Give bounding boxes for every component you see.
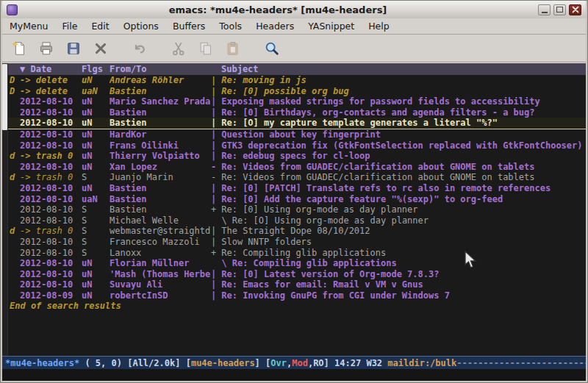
menu-item-headers[interactable]: Headers <box>256 21 294 32</box>
cell-mark <box>10 183 20 194</box>
echo-area[interactable] <box>2 369 586 381</box>
column-header-subject[interactable]: Subject <box>211 64 586 74</box>
modeline-segment: maildir:/bulk <box>387 358 456 368</box>
save-icon[interactable] <box>62 37 85 60</box>
cell-mark: d <box>10 151 20 162</box>
modeline-segment: ] <box>324 358 334 368</box>
message-row[interactable]: d-> trash 0SJuanjo Marin-Re: Videos from… <box>8 172 586 183</box>
message-row[interactable]: 2012-08-10SLanoxx+Re: Compiling glib app… <box>8 248 586 259</box>
maximize-button[interactable] <box>553 4 566 15</box>
cell-subject: Re: [O] Using org-mode as day planner <box>232 215 586 226</box>
scrollbar-thumb[interactable] <box>2 64 7 130</box>
cell-mark <box>10 107 20 118</box>
cell-subject: Re: Videos from GUADEC/clarification abo… <box>221 162 586 173</box>
menu-item-file[interactable]: File <box>62 21 78 32</box>
cell-from: Thierry Volpiatto <box>110 151 211 162</box>
cell-sep: | <box>211 183 216 194</box>
close-button[interactable] <box>569 4 581 15</box>
cell-date: 2012-08-09 <box>20 290 82 301</box>
message-row[interactable]: 2012-08-10uNMario Sanchez Prada|Exposing… <box>8 96 586 107</box>
cell-sep: \ <box>211 258 227 269</box>
column-header-flags[interactable]: Flgs <box>82 64 110 74</box>
cell-sep: | <box>211 129 216 140</box>
message-row[interactable]: 2012-08-10uN'Mash (Thomas Herbert)|Re: [… <box>8 269 586 280</box>
modeline-segment: ( 5, 0) <box>79 358 127 368</box>
scrollbar[interactable] <box>2 63 8 356</box>
cell-flags: S <box>82 204 110 215</box>
cell-date: 2012-08-10 <box>20 215 82 226</box>
cell-flags: S <box>82 215 110 226</box>
modeline-segment: W32 <box>366 358 387 368</box>
menu-item-yasnippet[interactable]: YASnippet <box>308 21 354 32</box>
menu-item-help[interactable]: Help <box>368 21 390 32</box>
cell-flags: uaN <box>82 86 110 97</box>
message-row[interactable]: 2012-08-10uNXan Lopez-Re: Videos from GU… <box>8 162 586 173</box>
message-row[interactable]: 2012-08-10SFrancesco Mazzoli|Slow NNTP f… <box>8 237 586 248</box>
cell-sep: - <box>211 162 216 173</box>
message-row[interactable]: 2012-08-10uNSuvayu Ali|Re: Emacs for ema… <box>8 279 586 290</box>
title-bar[interactable]: emacs: *mu4e-headers* [mu4e-headers] <box>2 1 586 18</box>
message-row[interactable]: 2012-08-10uNBastien|Re: [0] [PATCH] Tran… <box>8 183 586 194</box>
message-row[interactable]: d-> trash 0uNThierry Volpiatto|Re: edebu… <box>8 151 586 162</box>
message-row[interactable]: 2012-08-10uNBastien|Re: [O] my capture t… <box>8 118 586 129</box>
new-file-icon[interactable] <box>8 37 30 60</box>
search-icon[interactable] <box>261 37 283 60</box>
minimize-button[interactable] <box>538 4 551 15</box>
cell-from: Bastien <box>110 183 211 194</box>
cell-from: Andreas Röhler <box>110 75 211 86</box>
message-row[interactable]: 2012-08-10uNBastien|Re: [0] Birthdays, o… <box>8 107 586 118</box>
cell-sep: + <box>211 248 216 259</box>
menu-item-options[interactable]: Options <box>123 21 159 32</box>
close-icon[interactable] <box>90 37 112 60</box>
cell-subject: Re: Invoking GnuPG from CGI under Window… <box>221 290 586 301</box>
cell-date: -> delete <box>20 75 82 86</box>
message-row[interactable]: 2012-08-10uNHardKor|Question about key f… <box>8 129 586 140</box>
message-row[interactable]: 2012-08-10uaNBastien|Re: [0] Add the cap… <box>8 194 586 205</box>
modeline-segment: Mod <box>292 358 308 368</box>
cell-from: Juanjo Marin <box>110 172 211 183</box>
column-header-date[interactable]: ▼ Date <box>20 64 82 74</box>
cell-flags: uN <box>82 75 110 86</box>
menu-item-edit[interactable]: Edit <box>91 21 109 32</box>
message-row[interactable]: d-> trash 0Swebmaster@straightd...|The S… <box>8 226 586 237</box>
message-row[interactable]: 2012-08-10uNFrans Oilinki|GTK3 deprecati… <box>8 140 586 151</box>
cell-subject: GTK3 deprecation fix (GtkFontSelection r… <box>221 140 586 151</box>
message-row[interactable]: D-> deleteuaNBastien|Re: [0] possible or… <box>8 86 586 97</box>
cell-flags: S <box>82 237 110 248</box>
cell-from: Bastien <box>110 86 211 97</box>
message-row[interactable]: D-> deleteuNAndreas Röhler|Re: moving in… <box>8 75 586 86</box>
cell-sep: | <box>211 279 216 290</box>
window-title: emacs: *mu4e-headers* [mu4e-headers] <box>18 4 538 15</box>
modeline-segment: 14:27 <box>334 358 366 368</box>
menu-item-tools[interactable]: Tools <box>219 21 242 32</box>
cell-flags: uaN <box>82 194 110 205</box>
cell-sep: | <box>211 194 216 205</box>
cell-subject: Slow NNTP folders <box>221 237 586 248</box>
column-header-from[interactable]: From/To <box>110 64 211 74</box>
cell-date: -> delete <box>20 86 82 97</box>
cell-sep: | <box>211 151 216 162</box>
cell-date: 2012-08-10 <box>20 129 82 140</box>
header-line: ▼ Date Flgs From/To Subject <box>8 63 586 75</box>
message-row[interactable]: 2012-08-10SBastien+Re: [0] Using org-mod… <box>8 204 586 215</box>
menu-item-buffers[interactable]: Buffers <box>173 21 205 32</box>
cell-from: Florian Müllner <box>110 258 211 269</box>
message-row[interactable]: 2012-08-09uNrobertcInSD|Re: Invoking Gnu… <box>8 290 586 301</box>
cell-flags: S <box>82 248 110 259</box>
cell-sep: | <box>211 237 216 248</box>
cell-mark <box>10 118 20 129</box>
message-row[interactable]: 2012-08-10uNFlorian Müllner \Re: Compili… <box>8 258 586 269</box>
cell-sep: | <box>211 140 216 151</box>
print-icon[interactable] <box>35 37 57 60</box>
content-area: ▼ Date Flgs From/To Subject D-> deleteuN… <box>2 62 586 356</box>
modeline-segment: ] <box>255 358 265 368</box>
cell-subject: The Straight Dope 08/10/2012 <box>221 226 586 237</box>
cell-from: 'Mash (Thomas Herbert) <box>110 269 211 280</box>
message-row[interactable]: 2012-08-10SMichael Welle \Re: [O] Using … <box>8 215 586 226</box>
menu-item-mymenu[interactable]: MyMenu <box>10 21 49 32</box>
cell-subject: Re: [0] Add the capture feature "%(sexp)… <box>221 194 586 205</box>
cell-sep: \ <box>211 215 227 226</box>
cell-sep: | <box>211 118 216 129</box>
cell-from: Michael Welle <box>110 215 211 226</box>
cell-date: 2012-08-10 <box>20 194 82 205</box>
